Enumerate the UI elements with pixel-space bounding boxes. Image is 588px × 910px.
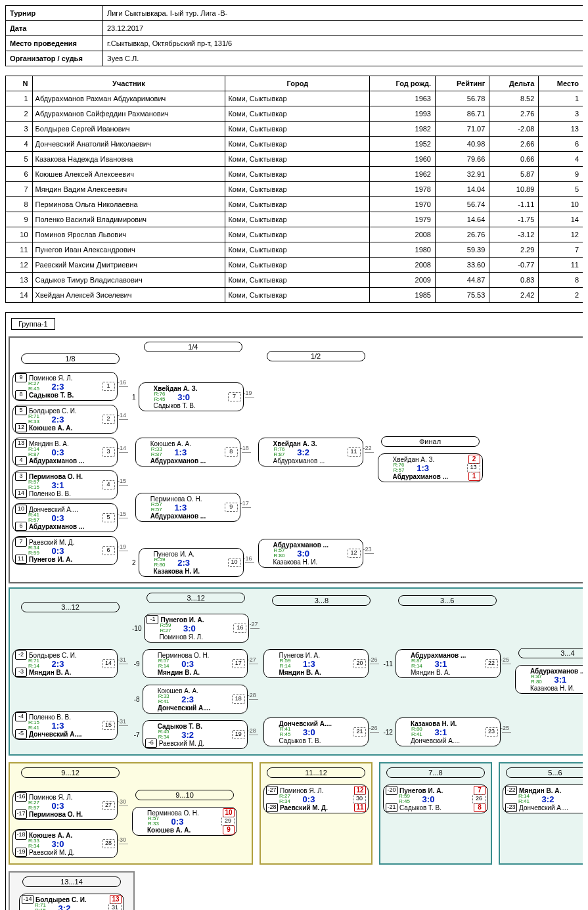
- match-card: -20Пунегов И. А.7 R:59R:453:026 -21Садык…: [383, 785, 488, 813]
- player-top: Коюшев А. А.: [29, 832, 115, 839]
- connector: -28: [249, 735, 258, 735]
- ratings: R:14R:41: [518, 794, 530, 804]
- p-n: 8: [6, 197, 33, 212]
- player-bot: Раевский М. Д.: [280, 804, 353, 811]
- ratings: R:33R:41: [158, 694, 170, 704]
- hdr-date-val: 23.12.2017: [103, 21, 583, 36]
- connector: -26: [370, 664, 379, 664]
- ratings: R:33R:34: [28, 838, 39, 849]
- p-dl: 10.89: [489, 182, 539, 197]
- p-rt: 75.53: [436, 288, 489, 303]
- p-n: 2: [6, 106, 33, 122]
- ph-name: Участник: [32, 76, 225, 91]
- rl-78: 7...8: [386, 767, 485, 778]
- p-yr: 1985: [370, 288, 436, 303]
- connector: -19: [119, 551, 128, 551]
- seed-bot: 4: [15, 456, 27, 465]
- player-bot: Раевский М. Д.: [29, 849, 115, 856]
- match-num: 29: [221, 817, 235, 826]
- p-name: Садыков Тимур Владиславович: [32, 273, 225, 288]
- player-top: Коюшев А. А.: [158, 687, 245, 694]
- match-num: 27: [102, 801, 115, 810]
- match-num: 2: [102, 415, 115, 424]
- ratings: R:80R:41: [411, 727, 422, 737]
- match-num: 19: [232, 730, 245, 739]
- match-card: Казакова Н. И. R:80R:413:123 Дончевский …: [396, 717, 501, 746]
- match-card: 5Болдырев С. И. R:71R:332:32 12Коюшев А.…: [12, 405, 118, 434]
- connector: -14: [119, 452, 128, 453]
- p-city: Коми, Сыктывкар: [225, 167, 370, 182]
- player-bot: Садыков Т. В.: [154, 402, 241, 409]
- player-top: Пунегов И. А.: [154, 551, 241, 558]
- table-row: 3 Болдырев Сергей Иванович Коми, Сыктывк…: [6, 122, 583, 137]
- seed-bot: 6: [15, 522, 27, 531]
- ratings: R:59R:45: [399, 794, 410, 804]
- p-rt: 26.76: [436, 227, 489, 242]
- player-top: Казакова Н. И.: [411, 720, 498, 727]
- p-yr: 1963: [370, 91, 436, 106]
- match-card: Перминова О. Н.10 R:57R:330:329 Коюшев А…: [132, 807, 237, 836]
- p-dl: 0.83: [489, 273, 539, 288]
- p-dl: -1.75: [489, 212, 539, 227]
- zone-main: 1/89Поминов Я. Л. R:27R:452:31 8Садыков …: [9, 336, 583, 583]
- hdr-tourn-val: Лиги Сыктывкара. I-ый тур. Лига -B-: [103, 6, 583, 21]
- ratings: R:59R:14: [279, 658, 290, 669]
- p-pl: 2: [539, 288, 583, 303]
- tournament-header: ТурнирЛиги Сыктывкара. I-ый тур. Лига -B…: [5, 5, 583, 66]
- rl-38: 3...8: [272, 595, 371, 606]
- connector: -17: [242, 507, 251, 508]
- rl-14: 1/4: [144, 342, 242, 352]
- table-row: 10 Поминов Ярослав Львович Коми, Сыктывк…: [6, 227, 583, 242]
- match-card: Перминова О. Н. R:57R:571:39 Абдурахмано…: [135, 493, 240, 522]
- match-num: 12: [348, 549, 361, 558]
- match-num: 11: [348, 447, 361, 457]
- p-name: Болдырев Сергей Иванович: [32, 122, 225, 137]
- rl-912: 9...12: [21, 767, 120, 778]
- p-pl: 4: [539, 152, 583, 167]
- p-n: 7: [6, 182, 33, 197]
- player-top: Хвейдан А. З.: [273, 440, 361, 447]
- p-city: Коми, Сыктывкар: [225, 122, 370, 137]
- connector: -25: [502, 664, 511, 664]
- player-top: Мяндин В. А.: [29, 440, 115, 447]
- match-num: 1: [102, 382, 115, 391]
- p-rt: 79.66: [436, 152, 489, 167]
- player-bot: Дончевский А....: [158, 704, 245, 712]
- match-num: 9: [225, 503, 238, 512]
- player-top: Перминова О. Н.: [150, 495, 238, 503]
- ph-rt: Рейтинг: [436, 76, 489, 91]
- seed-bot: -28: [266, 803, 278, 812]
- player-bot: Абдурахманов ...: [150, 457, 238, 465]
- player-top: Болдырев С. И.: [35, 896, 108, 903]
- player-top: Пунегов И. А.: [160, 616, 246, 624]
- player-bot: Дончевский А....: [519, 804, 583, 811]
- p-dl: 0.66: [489, 152, 539, 167]
- match-num: 6: [102, 546, 115, 555]
- ratings: R:76R:57: [394, 463, 405, 473]
- place-badge: 1: [468, 472, 480, 481]
- rl-18: 1/8: [21, 353, 120, 364]
- p-rt: 40.98: [436, 137, 489, 152]
- match-num: 13: [467, 463, 480, 472]
- match-card: Хвейдан А. З. R:76R:453:07 Садыков Т. В.: [139, 382, 244, 411]
- player-bot: Мяндин В. А.: [29, 669, 115, 676]
- p-city: Коми, Сыктывкар: [225, 197, 370, 212]
- zone-5-6: 5...6-22Мяндин В. А.5 R:14R:413:225 -23Д…: [499, 762, 583, 865]
- player-top: Дончевский А....: [29, 506, 115, 513]
- table-row: 13 Садыков Тимур Владиславович Коми, Сык…: [6, 273, 583, 288]
- p-yr: 1962: [370, 167, 436, 182]
- p-n: 13: [6, 273, 33, 288]
- table-row: 9 Поленко Василий Владимирович Коми, Сык…: [6, 212, 583, 227]
- p-yr: 1993: [370, 106, 436, 122]
- match-num: 23: [485, 727, 498, 737]
- player-bot: Казакова Н. И.: [154, 568, 241, 575]
- player-top: Поминов Я. Л.: [280, 787, 353, 794]
- score: 3:2: [505, 794, 583, 804]
- p-dl: -3.12: [489, 227, 539, 242]
- match-inbound-label: -9: [134, 660, 140, 668]
- connector: -16: [245, 562, 254, 563]
- match-card: Коюшев А. А. R:33R:871:38 Абдурахманов .…: [135, 438, 240, 466]
- ratings: R:57R:14: [158, 658, 170, 669]
- player-top: Болдырев С. И.: [29, 652, 115, 659]
- table-row: 1 Абдурахманов Рахман Абдукаримович Коми…: [6, 91, 583, 106]
